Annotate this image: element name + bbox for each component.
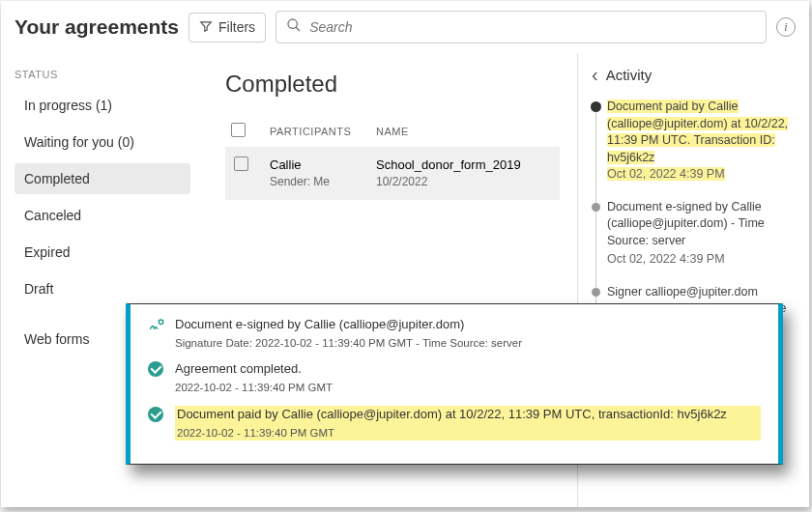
audit-title: Agreement completed.: [175, 360, 761, 378]
audit-item: Document e-signed by Callie (calliope@ju…: [148, 316, 761, 351]
check-icon: [148, 361, 165, 379]
activity-header: Activity: [592, 65, 796, 85]
sidebar-item-completed[interactable]: Completed: [14, 163, 190, 194]
timeline-date: Oct 02, 2022 4:39 PM: [607, 251, 796, 269]
row-date: 10/2/2022: [376, 174, 554, 190]
signature-icon: [148, 317, 165, 334]
timeline-dot-icon: [592, 203, 600, 212]
audit-sub: Signature Date: 2022-10-02 - 11:39:40 PM…: [175, 335, 761, 351]
audit-title: Document paid by Callie (calliope@jupite…: [177, 406, 759, 423]
timeline-dot-icon: [591, 101, 601, 112]
row-name: School_donor_form_2019: [376, 156, 554, 174]
column-participants: PARTICIPANTS: [270, 126, 357, 137]
audit-title: Document e-signed by Callie (calliope@ju…: [175, 316, 761, 333]
svg-point-2: [159, 320, 163, 325]
select-all-checkbox[interactable]: [231, 123, 246, 137]
search-input[interactable]: [309, 19, 756, 35]
filter-icon: [199, 19, 213, 36]
main-title: Completed: [225, 71, 560, 98]
timeline-item: Document paid by Callie (calliope@jupite…: [607, 99, 796, 184]
svg-line-1: [296, 27, 300, 31]
audit-sub: 2022-10-02 - 11:39:40 PM GMT: [175, 380, 761, 395]
audit-overlay: Document e-signed by Callie (calliope@ju…: [126, 303, 783, 465]
timeline-item: Document e-signed by Callie (calliope@ju…: [607, 199, 796, 269]
filters-label: Filters: [218, 19, 255, 35]
row-participant: Callie: [270, 156, 357, 174]
timeline: Document paid by Callie (calliope@jupite…: [592, 99, 796, 336]
audit-item: Agreement completed. 2022-10-02 - 11:39:…: [148, 360, 761, 395]
audit-sub: 2022-10-02 - 11:39:40 PM GMT: [177, 425, 759, 441]
table-header: PARTICIPANTS NAME: [225, 115, 560, 147]
timeline-dot-icon: [592, 288, 600, 297]
filters-button[interactable]: Filters: [188, 13, 266, 43]
search-icon: [286, 17, 302, 37]
sidebar-item-draft[interactable]: Draft: [14, 273, 190, 304]
back-icon[interactable]: [592, 65, 598, 85]
timeline-text: Document paid by Callie (calliope@jupite…: [607, 100, 788, 164]
timeline-date: Oct 02, 2022 4:39 PM: [607, 167, 725, 181]
svg-point-0: [288, 19, 297, 28]
column-name: NAME: [376, 126, 554, 137]
activity-title: Activity: [606, 67, 652, 83]
sidebar-item-waiting[interactable]: Waiting for you (0): [14, 127, 190, 157]
status-heading: STATUS: [14, 63, 204, 90]
sidebar-item-expired[interactable]: Expired: [14, 237, 190, 268]
sidebar-item-canceled[interactable]: Canceled: [14, 200, 190, 231]
timeline-text: Document e-signed by Callie (calliope@ju…: [607, 199, 796, 250]
page-title: Your agreements: [14, 15, 179, 39]
row-sender: Sender: Me: [270, 174, 357, 190]
check-icon: [148, 407, 165, 424]
header: Your agreements Filters i: [1, 1, 809, 53]
info-button[interactable]: i: [776, 17, 796, 37]
row-checkbox[interactable]: [234, 156, 248, 171]
search-field[interactable]: [276, 11, 767, 43]
table-row[interactable]: Callie Sender: Me School_donor_form_2019…: [225, 147, 560, 200]
sidebar-item-in-progress[interactable]: In progress (1): [14, 90, 190, 121]
audit-item-highlight: Document paid by Callie (calliope@jupite…: [148, 406, 761, 441]
